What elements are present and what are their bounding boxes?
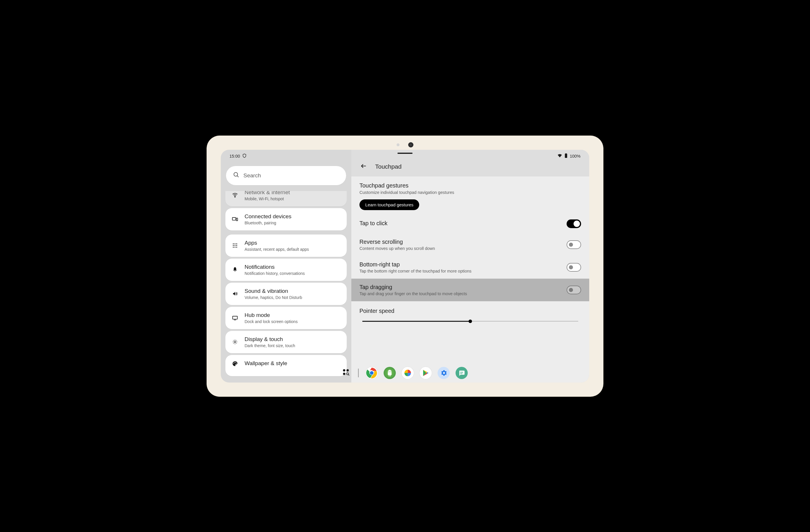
sidebar-item-sub: Notification history, conversations — [245, 271, 305, 276]
switch-tap-dragging[interactable] — [567, 286, 581, 294]
sidebar-item-sub: Volume, haptics, Do Not Disturb — [245, 295, 302, 300]
svg-point-15 — [236, 247, 237, 247]
battery-icon — [565, 153, 567, 159]
learn-gestures-button[interactable]: Learn touchpad gestures — [359, 199, 419, 210]
taskbar — [338, 365, 472, 381]
sidebar-item-sub: Assistant, recent apps, default apps — [245, 247, 309, 252]
row-tap-dragging[interactable]: Tap dragging Tap and drag your finger on… — [351, 279, 589, 301]
sidebar-item-sub: Dock and lock screen options — [245, 319, 298, 324]
device-frame: 15:00 100% — [207, 136, 603, 397]
row-bottom-right-tap[interactable]: Bottom-right tap Tap the bottom right co… — [351, 256, 589, 279]
wifi-icon — [557, 153, 562, 159]
apps-icon — [231, 243, 239, 248]
row-tap-to-click[interactable]: Tap to click — [351, 214, 589, 233]
search-input[interactable]: Search — [226, 166, 346, 185]
svg-rect-5 — [232, 218, 236, 220]
dock-chrome[interactable] — [366, 367, 378, 379]
slider-title: Pointer speed — [359, 308, 581, 314]
svg-point-2 — [234, 173, 238, 176]
dock-photos[interactable] — [402, 367, 414, 379]
sidebar-item-label: Connected devices — [245, 213, 292, 220]
dock-android[interactable] — [384, 367, 396, 379]
vpn-icon — [242, 154, 247, 159]
svg-line-20 — [349, 374, 349, 375]
row-reverse-scrolling[interactable]: Reverse scrolling Content moves up when … — [351, 233, 589, 256]
sidebar-item-label: Wallpaper & style — [245, 360, 287, 367]
sidebar-item-network[interactable]: Network & internet Mobile, Wi-Fi, hotspo… — [225, 191, 347, 206]
sidebar-item-sub: Dark theme, font size, touch — [245, 343, 295, 348]
sidebar-item-notifications[interactable]: Notifications Notification history, conv… — [225, 259, 347, 281]
bell-icon — [231, 267, 239, 273]
volume-icon — [231, 291, 239, 296]
svg-point-9 — [236, 243, 237, 244]
svg-point-4 — [235, 196, 235, 197]
switch-reverse-scrolling[interactable] — [567, 240, 581, 249]
front-camera — [408, 142, 414, 147]
page-title: Touchpad — [375, 163, 402, 170]
switch-bottom-right-tap[interactable] — [567, 263, 581, 272]
search-icon — [233, 172, 239, 179]
row-sub: Content moves up when you scroll down — [359, 246, 435, 251]
sidebar-item-label: Notifications — [245, 264, 305, 270]
svg-point-12 — [236, 245, 237, 246]
status-time: 15:00 — [229, 154, 240, 159]
back-button[interactable] — [359, 162, 368, 170]
palette-icon — [231, 361, 239, 367]
svg-point-8 — [234, 243, 235, 244]
row-sub: Tap the bottom right corner of the touch… — [359, 269, 471, 273]
svg-line-3 — [237, 176, 239, 177]
dock-play-store[interactable] — [420, 367, 432, 379]
svg-point-18 — [234, 341, 236, 343]
dock-icon — [231, 315, 239, 321]
sidebar-item-connected-devices[interactable]: Connected devices Bluetooth, pairing — [225, 208, 347, 230]
sidebar-item-hub-mode[interactable]: Hub mode Dock and lock screen options — [225, 307, 347, 329]
camera-cluster — [396, 142, 414, 147]
sidebar-item-apps[interactable]: Apps Assistant, recent apps, default app… — [225, 235, 347, 257]
wifi-icon — [231, 192, 239, 198]
svg-point-10 — [233, 245, 234, 246]
sidebar-item-sound[interactable]: Sound & vibration Volume, haptics, Do No… — [225, 283, 347, 305]
pointer-speed-section: Pointer speed — [359, 308, 581, 322]
content-body: Touchpad gestures Customize individual t… — [351, 176, 589, 383]
dock-messages[interactable] — [455, 367, 468, 379]
svg-point-11 — [234, 245, 235, 246]
app-drawer-button[interactable] — [342, 369, 351, 377]
switch-tap-to-click[interactable] — [567, 220, 581, 228]
settings-sidebar: Search Network & internet Mobile, Wi-Fi,… — [221, 150, 351, 383]
svg-rect-0 — [565, 154, 567, 158]
sidebar-item-label: Hub mode — [245, 312, 298, 318]
dock-divider — [358, 369, 359, 377]
main: Search Network & internet Mobile, Wi-Fi,… — [221, 150, 589, 383]
brightness-icon — [231, 339, 239, 345]
svg-point-14 — [234, 247, 235, 247]
row-title: Tap to click — [359, 220, 387, 227]
sidebar-item-label: Network & internet — [245, 191, 290, 196]
sidebar-item-label: Apps — [245, 240, 309, 246]
sidebar-item-label: Display & touch — [245, 336, 295, 342]
row-title: Bottom-right tap — [359, 261, 471, 268]
row-sub: Tap and drag your finger on the touchpad… — [359, 291, 467, 296]
svg-rect-1 — [565, 153, 566, 154]
dock-settings[interactable] — [437, 367, 450, 379]
battery-text: 100% — [570, 154, 581, 159]
content-pane: Touchpad Touchpad gestures Customize ind… — [351, 150, 589, 383]
row-title: Tap dragging — [359, 284, 467, 291]
svg-rect-24 — [460, 372, 463, 372]
sidebar-item-display[interactable]: Display & touch Dark theme, font size, t… — [225, 331, 347, 353]
svg-point-13 — [233, 247, 234, 247]
screen: 15:00 100% — [221, 150, 589, 383]
section-sub: Customize individual touchpad navigation… — [359, 190, 581, 195]
sidebar-item-wallpaper[interactable]: Wallpaper & style — [225, 355, 347, 376]
devices-icon — [231, 216, 239, 222]
sidebar-item-sub: Bluetooth, pairing — [245, 221, 292, 225]
svg-rect-16 — [233, 316, 238, 319]
pointer-speed-slider[interactable] — [362, 321, 578, 322]
row-title: Reverse scrolling — [359, 239, 435, 245]
status-bar: 15:00 100% — [221, 152, 589, 160]
sidebar-item-sub: Mobile, Wi-Fi, hotspot — [245, 196, 290, 201]
sidebar-item-label: Sound & vibration — [245, 288, 302, 294]
svg-point-19 — [347, 373, 349, 375]
section-title: Touchpad gestures — [359, 182, 581, 189]
gestures-section[interactable]: Touchpad gestures Customize individual t… — [359, 182, 581, 195]
search-placeholder: Search — [243, 173, 261, 179]
